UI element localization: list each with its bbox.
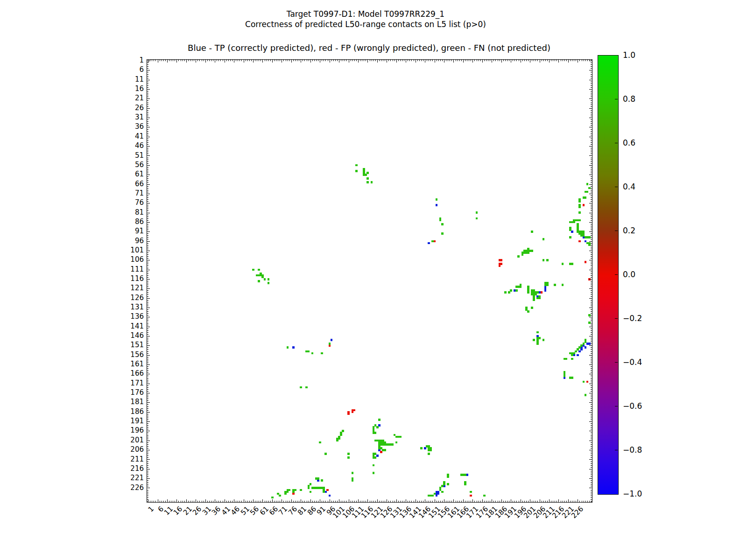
y-axis-tick <box>589 108 592 109</box>
x-axis-tick <box>330 60 330 63</box>
contact-cell-fn_green <box>531 231 533 233</box>
contact-cell-fn_green <box>476 217 478 220</box>
x-axis-tick <box>364 501 364 502</box>
contact-cell-fn_green <box>443 483 445 485</box>
x-axis-tick <box>479 501 479 502</box>
y-axis-tick <box>147 288 150 289</box>
contact-cell-fn_green <box>294 489 296 491</box>
y-axis-tick <box>591 84 592 84</box>
x-axis-tick <box>490 60 490 61</box>
y-tick-label: 121 <box>122 284 144 292</box>
x-axis-tick <box>293 60 294 61</box>
x-axis-tick <box>324 60 324 61</box>
contact-cell-fn_green <box>578 219 581 222</box>
y-axis-tick <box>591 167 592 168</box>
contact-cell-fn_green <box>321 479 323 482</box>
y-tick-label: 111 <box>122 266 144 273</box>
y-axis-tick <box>591 148 592 148</box>
y-tick-label: 46 <box>122 142 144 149</box>
y-axis-tick <box>147 119 148 120</box>
x-axis-tick <box>411 60 412 61</box>
x-axis-tick <box>402 60 402 61</box>
y-axis-tick <box>147 300 148 301</box>
y-axis-tick <box>147 87 148 88</box>
contact-cell-tp_blue <box>317 479 319 482</box>
y-axis-tick <box>147 142 148 143</box>
contact-cell-fn_green <box>347 453 350 455</box>
x-axis-tick <box>173 501 173 502</box>
y-axis-tick <box>591 296 592 297</box>
y-axis-tick <box>147 268 148 268</box>
y-axis-tick <box>147 150 148 150</box>
y-axis-tick <box>147 108 150 109</box>
contact-cell-fn_green <box>571 358 573 360</box>
x-axis-tick <box>280 60 280 61</box>
y-tick-label: 151 <box>122 341 144 349</box>
y-axis-tick <box>591 389 592 390</box>
x-axis-tick <box>352 60 353 61</box>
x-axis-tick <box>514 501 515 502</box>
x-axis-tick <box>451 501 452 502</box>
y-axis-tick <box>147 343 148 344</box>
y-axis-tick <box>147 395 148 395</box>
x-axis-tick <box>526 60 527 61</box>
y-axis-tick <box>147 355 150 356</box>
contact-cell-fn_green <box>543 238 545 240</box>
contact-cell-fn_green <box>531 307 533 309</box>
y-axis-tick <box>591 404 592 405</box>
x-axis-tick <box>262 499 263 502</box>
x-axis-tick <box>335 501 336 502</box>
x-axis-tick <box>563 60 563 61</box>
contact-cell-fn_green <box>588 187 591 189</box>
x-axis-tick <box>429 60 429 61</box>
y-axis-tick <box>147 439 148 439</box>
y-tick-label: 6 <box>122 66 144 73</box>
y-axis-tick <box>147 171 148 171</box>
y-tick-label: 71 <box>122 189 144 197</box>
y-axis-tick <box>591 406 592 407</box>
x-axis-tick <box>501 499 502 502</box>
x-axis-tick <box>171 60 171 61</box>
y-axis-tick <box>591 129 592 130</box>
y-axis-tick <box>589 345 592 346</box>
contact-cell-fn_green <box>308 487 310 489</box>
y-axis-tick <box>591 439 592 439</box>
x-axis-tick <box>236 501 236 502</box>
x-axis-tick <box>190 60 190 61</box>
x-axis-tick <box>528 60 529 61</box>
x-axis-tick <box>558 60 559 63</box>
contact-cell-fn_green <box>527 252 529 254</box>
x-axis-tick <box>270 501 271 502</box>
x-axis-tick <box>310 499 311 502</box>
x-axis-tick <box>283 60 284 61</box>
y-axis-tick <box>591 433 592 433</box>
x-axis-tick <box>297 501 297 502</box>
x-axis-tick <box>564 501 565 502</box>
y-axis-tick <box>147 178 148 179</box>
contact-cell-fn_green <box>546 284 549 286</box>
y-axis-tick <box>147 74 148 75</box>
y-axis-tick <box>147 376 148 376</box>
y-axis-tick <box>147 63 148 63</box>
contact-cell-fn_green <box>373 464 375 467</box>
x-axis-tick <box>585 501 586 502</box>
y-axis-tick <box>591 418 592 418</box>
y-axis-tick <box>147 387 148 388</box>
y-axis-tick <box>591 340 592 340</box>
contact-cell-fn_green <box>533 299 535 301</box>
y-axis-tick <box>591 220 592 221</box>
y-axis-tick <box>589 213 592 213</box>
y-axis-tick <box>591 205 592 205</box>
y-axis-tick <box>147 237 148 238</box>
x-axis-tick <box>343 501 343 502</box>
y-tick-label: 141 <box>122 322 144 330</box>
y-tick-label: 126 <box>122 294 144 301</box>
x-axis-tick <box>186 60 187 63</box>
y-axis-tick <box>589 364 592 365</box>
x-axis-tick <box>471 501 471 502</box>
x-axis-tick <box>393 60 393 61</box>
x-axis-tick <box>213 501 213 502</box>
x-axis-tick <box>402 501 402 502</box>
y-axis-tick <box>591 209 592 209</box>
y-axis-tick <box>591 319 592 319</box>
